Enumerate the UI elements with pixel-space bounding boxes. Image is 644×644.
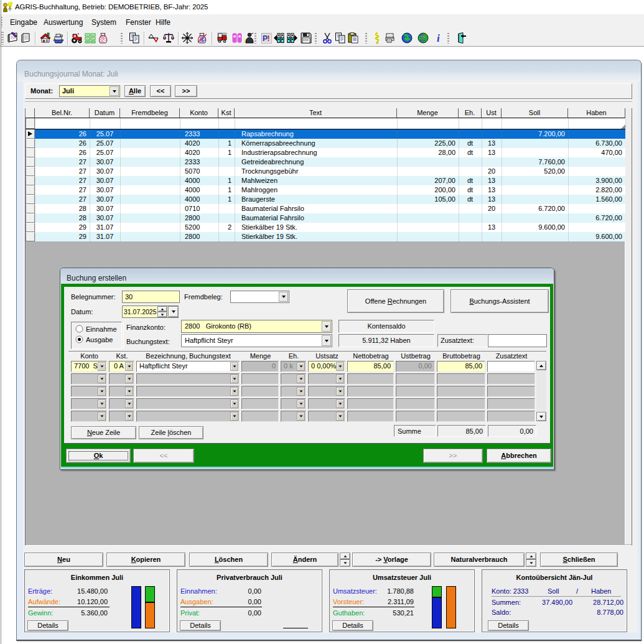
svg-text:!: ! bbox=[268, 34, 270, 43]
svg-text:?: ? bbox=[421, 34, 426, 43]
svg-text:i: i bbox=[437, 32, 440, 44]
